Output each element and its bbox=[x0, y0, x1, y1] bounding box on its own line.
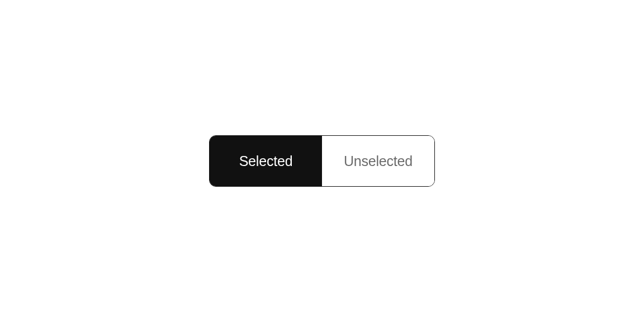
segment-label: Selected bbox=[239, 153, 293, 169]
segment-label: Unselected bbox=[344, 153, 413, 169]
segmented-control: Selected Unselected bbox=[209, 135, 435, 187]
segment-selected[interactable]: Selected bbox=[210, 136, 322, 186]
segment-unselected[interactable]: Unselected bbox=[322, 136, 434, 186]
